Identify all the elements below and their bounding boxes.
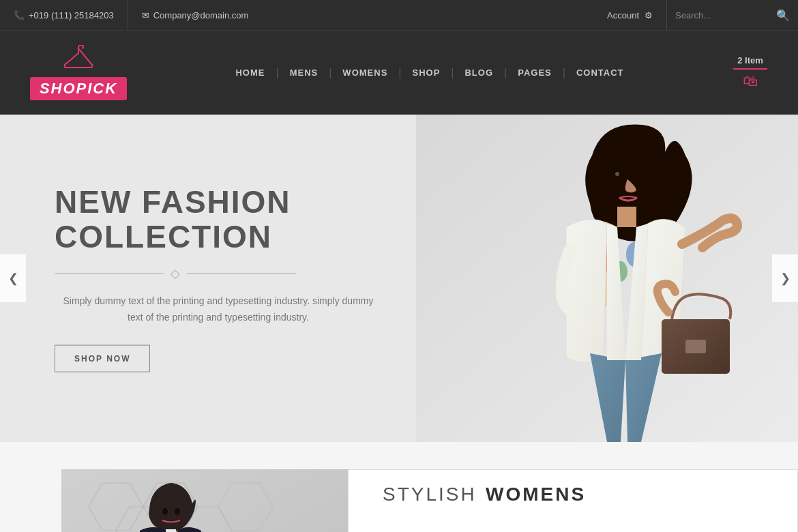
svg-rect-7 — [685, 340, 706, 353]
svg-point-10 — [615, 172, 619, 176]
nav-item-shop[interactable]: SHOP — [401, 68, 451, 78]
cart-underline — [733, 68, 767, 70]
section-below: STYLISH WOMENS — [0, 442, 798, 532]
svg-point-9 — [634, 169, 644, 180]
cart-area[interactable]: 2 Item 🛍 — [723, 55, 778, 90]
section-title: WOMENS — [486, 484, 586, 505]
account-area[interactable]: Account ⚙ — [593, 0, 667, 30]
phone-number: +019 (111) 25184203 — [29, 10, 114, 20]
settings-icon[interactable]: ⚙ — [645, 10, 653, 20]
section-image-svg — [61, 469, 348, 532]
hero-title: NEW FASHION COLLECTION — [55, 185, 437, 254]
hero-slider: ❮ NEW FASHION COLLECTION ◇ Simply dummy … — [0, 115, 798, 442]
cart-icon[interactable]: 🛍 — [743, 72, 758, 90]
svg-rect-18 — [166, 529, 176, 532]
top-bar-right: Account ⚙ 🔍 — [593, 0, 798, 30]
nav-item-womens[interactable]: WOMENS — [331, 68, 398, 78]
top-bar: 📞 +019 (111) 25184203 ✉ Company@domain.c… — [0, 0, 798, 30]
section-text-col: STYLISH WOMENS — [348, 469, 798, 532]
email-icon: ✉ — [142, 10, 149, 20]
svg-point-19 — [162, 508, 168, 515]
search-icon[interactable]: 🔍 — [776, 9, 790, 22]
header: SHOPICK HOME | MENS | WOMENS | SHOP | BL… — [0, 30, 798, 115]
nav-item-contact[interactable]: CONTACT — [565, 68, 635, 78]
hero-divider: ◇ — [55, 266, 437, 281]
shop-now-button[interactable]: SHOP NOW — [55, 344, 150, 372]
nav-item-pages[interactable]: PAGES — [507, 68, 563, 78]
section-image-col — [61, 469, 348, 532]
logo-text-box: SHOPICK — [30, 77, 127, 100]
divider-line-left — [55, 273, 164, 274]
nav-item-blog[interactable]: BLOG — [454, 68, 504, 78]
main-nav: HOME | MENS | WOMENS | SHOP | BLOG | PAG… — [136, 67, 723, 79]
email-address: Company@domain.com — [153, 10, 249, 20]
svg-point-20 — [175, 508, 180, 515]
arrow-right-icon: ❯ — [780, 271, 790, 286]
arrow-left-icon: ❮ — [8, 271, 18, 286]
slider-arrow-left[interactable]: ❮ — [0, 254, 26, 302]
hero-content: NEW FASHION COLLECTION ◇ Simply dummy te… — [55, 185, 437, 372]
cart-count: 2 Item — [737, 55, 763, 65]
hero-description: Simply dummy text of the printing and ty… — [55, 293, 382, 326]
section-heading: STYLISH WOMENS — [383, 484, 770, 505]
nav-item-home[interactable]: HOME — [224, 68, 276, 78]
svg-rect-2 — [617, 207, 636, 227]
diamond-icon: ◇ — [171, 266, 180, 281]
nav-item-mens[interactable]: MENS — [279, 68, 329, 78]
search-area: 🔍 — [667, 0, 798, 30]
logo-area[interactable]: SHOPICK — [20, 45, 136, 100]
divider-line-right — [187, 273, 296, 274]
account-label: Account — [607, 10, 639, 20]
top-bar-left: 📞 +019 (111) 25184203 ✉ Company@domain.c… — [0, 0, 593, 30]
search-input[interactable] — [675, 10, 771, 20]
section-subtitle: STYLISH — [383, 484, 477, 505]
hanger-icon — [61, 45, 95, 74]
phone-icon: 📞 — [14, 10, 25, 20]
hero-image-area — [416, 115, 798, 442]
svg-rect-11 — [61, 469, 348, 532]
slider-arrow-right[interactable]: ❯ — [772, 254, 798, 302]
logo-text: SHOPICK — [40, 80, 117, 97]
phone-area: 📞 +019 (111) 25184203 — [0, 0, 128, 30]
email-area: ✉ Company@domain.com — [128, 0, 263, 30]
hero-image-svg — [416, 115, 798, 442]
